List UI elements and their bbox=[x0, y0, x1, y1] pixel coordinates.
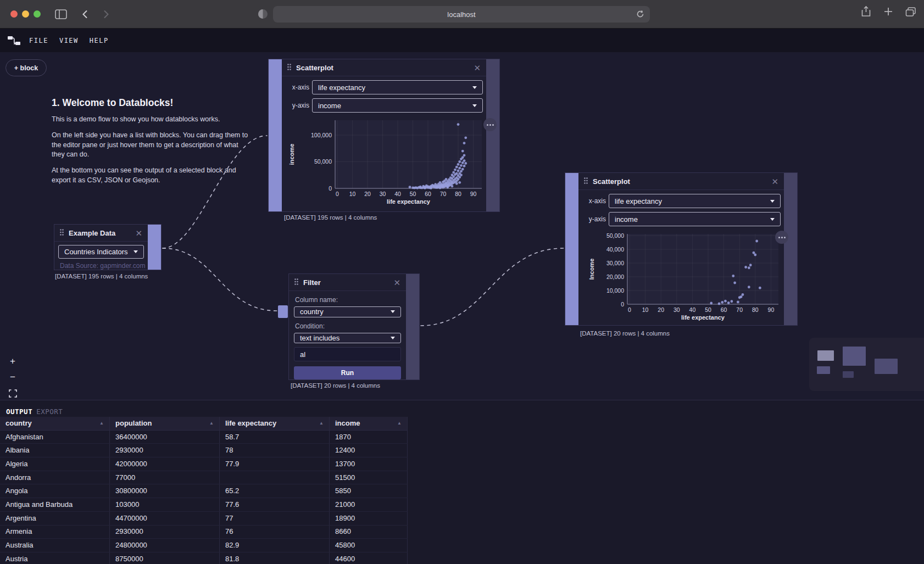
reload-icon[interactable] bbox=[636, 9, 645, 21]
minimap[interactable] bbox=[809, 338, 924, 391]
column-select[interactable]: country bbox=[294, 306, 401, 317]
x-axis-select[interactable]: life expectancy bbox=[609, 194, 781, 208]
tab-export[interactable]: EXPORT bbox=[36, 407, 63, 416]
drag-handle-icon[interactable] bbox=[60, 228, 64, 238]
share-icon[interactable] bbox=[861, 5, 871, 19]
sort-icon[interactable]: ▲ bbox=[397, 417, 402, 430]
privacy-shield-icon[interactable] bbox=[257, 8, 269, 22]
table-cell: 2930000 bbox=[110, 444, 220, 457]
new-tab-icon[interactable] bbox=[883, 7, 893, 19]
table-row: Albania29300007812400 bbox=[0, 444, 408, 457]
minimize-window-button[interactable] bbox=[22, 10, 29, 18]
dataset-select[interactable]: Countries Indicators bbox=[58, 245, 144, 259]
column-header-country[interactable]: country▲ bbox=[0, 417, 110, 430]
add-block-button[interactable]: + block bbox=[5, 59, 47, 76]
block-header[interactable]: Scatterplot ✕ bbox=[578, 173, 784, 190]
column-header-life-expectancy[interactable]: life expectancy▲ bbox=[220, 417, 330, 430]
welcome-paragraph: At the bottom you can see the output of … bbox=[52, 166, 252, 186]
input-port[interactable] bbox=[278, 305, 288, 318]
chevron-down-icon bbox=[770, 200, 775, 203]
close-window-button[interactable] bbox=[10, 10, 18, 18]
output-table: country▲population▲life expectancy▲incom… bbox=[0, 417, 408, 564]
table-cell: 12400 bbox=[330, 444, 408, 457]
scatterplot-block-2[interactable]: Scatterplot ✕ x-axis life expectancy y-a… bbox=[565, 172, 798, 326]
filter-value-input[interactable] bbox=[294, 347, 401, 361]
fit-view-button[interactable] bbox=[7, 387, 19, 399]
flow-editor-canvas[interactable]: + block 1. Welcome to Datablocks! This i… bbox=[0, 52, 924, 400]
close-icon[interactable]: ✕ bbox=[771, 177, 778, 186]
block-header[interactable]: Filter ✕ bbox=[289, 274, 406, 291]
table-row: Antigua and Barbuda10300077.621000 bbox=[0, 498, 408, 512]
output-tabs: OUTPUT EXPORT bbox=[0, 400, 924, 416]
chevron-down-icon bbox=[770, 218, 775, 221]
tab-overview-icon[interactable] bbox=[905, 7, 916, 19]
drag-handle-icon[interactable] bbox=[294, 277, 298, 287]
scatter-chart: 0102030405060708090050,000100,000life ex… bbox=[288, 115, 500, 209]
close-icon[interactable]: ✕ bbox=[474, 64, 481, 72]
table-cell: 77.9 bbox=[220, 457, 330, 471]
y-axis-value: income bbox=[615, 215, 638, 224]
svg-text:70: 70 bbox=[736, 306, 743, 313]
zoom-out-button[interactable]: − bbox=[7, 371, 19, 383]
svg-text:10: 10 bbox=[349, 191, 356, 197]
address-bar[interactable]: localhost bbox=[273, 6, 650, 23]
maximize-window-button[interactable] bbox=[34, 10, 41, 18]
condition-label: Condition: bbox=[295, 322, 406, 330]
dataset-caption: [DATASET] 195 rows | 4 columns bbox=[55, 273, 148, 280]
y-axis-select[interactable]: income bbox=[312, 98, 483, 113]
column-header-income[interactable]: income▲ bbox=[330, 417, 408, 430]
more-options-button[interactable] bbox=[775, 231, 788, 244]
close-icon[interactable]: ✕ bbox=[393, 278, 400, 287]
filter-block[interactable]: Filter ✕ Column name: country Condition:… bbox=[288, 273, 420, 380]
x-axis-label: x-axis bbox=[582, 197, 606, 205]
table-cell: Antigua and Barbuda bbox=[0, 498, 110, 511]
menu-item-help[interactable]: HELP bbox=[90, 37, 109, 44]
output-port[interactable] bbox=[148, 225, 161, 270]
sort-icon[interactable]: ▲ bbox=[209, 417, 214, 430]
column-header-population[interactable]: population▲ bbox=[110, 417, 220, 430]
sort-icon[interactable]: ▲ bbox=[99, 417, 104, 430]
drag-handle-icon[interactable] bbox=[584, 176, 588, 186]
dataset-caption: [DATASET] 20 rows | 4 columns bbox=[291, 382, 380, 389]
condition-select[interactable]: text includes bbox=[294, 333, 401, 344]
svg-text:20: 20 bbox=[364, 191, 371, 197]
table-header-row: country▲population▲life expectancy▲incom… bbox=[0, 417, 408, 431]
block-header[interactable]: Scatterplot ✕ bbox=[282, 59, 486, 76]
input-port[interactable] bbox=[269, 59, 282, 211]
sidebar-toggle-icon[interactable] bbox=[55, 9, 67, 19]
drag-handle-icon[interactable] bbox=[287, 63, 291, 72]
zoom-in-button[interactable]: + bbox=[7, 355, 19, 367]
block-title: Filter bbox=[303, 278, 388, 287]
app-logo-icon[interactable] bbox=[7, 34, 21, 47]
output-port[interactable] bbox=[406, 274, 419, 379]
menu-item-view[interactable]: VIEW bbox=[59, 37, 79, 44]
app-menu-bar: FILEVIEWHELP bbox=[0, 29, 924, 52]
back-button[interactable] bbox=[80, 9, 90, 19]
more-options-button[interactable] bbox=[483, 118, 497, 131]
svg-text:90: 90 bbox=[470, 191, 477, 197]
svg-text:60: 60 bbox=[425, 191, 431, 197]
forward-button[interactable] bbox=[101, 9, 111, 19]
sort-icon[interactable]: ▲ bbox=[319, 417, 324, 430]
tab-output[interactable]: OUTPUT bbox=[6, 407, 32, 416]
y-axis-label: y-axis bbox=[285, 102, 309, 109]
svg-text:30,000: 30,000 bbox=[606, 260, 624, 266]
block-header[interactable]: Example Data ✕ bbox=[54, 225, 148, 242]
close-icon[interactable]: ✕ bbox=[135, 229, 142, 237]
x-axis-select[interactable]: life expectancy bbox=[312, 80, 483, 94]
svg-text:50,000: 50,000 bbox=[314, 158, 332, 165]
svg-text:0: 0 bbox=[628, 306, 631, 313]
welcome-paragraph: On the left side you have a list with bl… bbox=[52, 131, 252, 160]
svg-text:income: income bbox=[288, 144, 295, 165]
y-axis-select[interactable]: income bbox=[609, 212, 781, 226]
menu-item-file[interactable]: FILE bbox=[29, 37, 48, 44]
svg-text:50,000: 50,000 bbox=[606, 232, 624, 239]
scatterplot-block-1[interactable]: Scatterplot ✕ x-axis life expectancy y-a… bbox=[268, 59, 500, 212]
table-cell: 45800 bbox=[330, 539, 408, 552]
input-port[interactable] bbox=[565, 173, 578, 325]
chevron-down-icon bbox=[391, 310, 395, 313]
run-button[interactable]: Run bbox=[294, 366, 401, 379]
svg-text:10: 10 bbox=[642, 306, 649, 313]
table-cell: 18900 bbox=[330, 512, 408, 525]
example-data-block[interactable]: Example Data ✕ Countries Indicators Data… bbox=[54, 224, 162, 270]
